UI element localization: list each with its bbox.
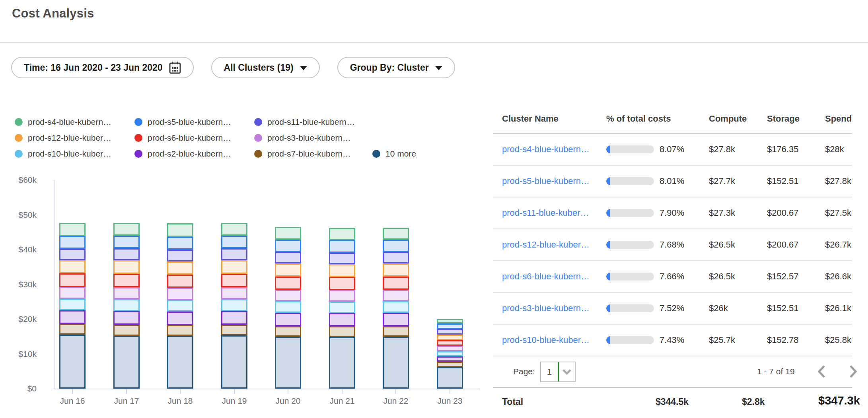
- bar-segment-prod-s4-blue-kubern-[interactable]: [329, 228, 355, 240]
- bar-segment-prod-s5-blue-kubern-[interactable]: [329, 240, 355, 253]
- clusters-filter-dropdown[interactable]: All Clusters (19): [211, 57, 320, 78]
- bar-segment-prod-s2-blue-kubern-[interactable]: [59, 310, 86, 324]
- bar-segment-prod-s7-blue-kubern-[interactable]: [275, 326, 301, 337]
- bar-segment-prod-s3-blue-kubern-[interactable]: [59, 287, 86, 299]
- bar-segment-prod-s4-blue-kubern-[interactable]: [383, 228, 409, 240]
- legend-item-prod-s6-blue-kubern-[interactable]: prod-s6-blue-kubern…: [134, 133, 254, 143]
- cluster-name-link[interactable]: prod-s3-blue-kubern…: [502, 303, 590, 313]
- bar-segment-prod-s6-blue-kubern-[interactable]: [59, 273, 86, 286]
- bar-segment-prod-s5-blue-kubern-[interactable]: [383, 240, 409, 252]
- bar-segment-10-more[interactable]: [275, 337, 301, 389]
- bar-segment-prod-s5-blue-kubern-[interactable]: [59, 236, 86, 249]
- legend-item-prod-s7-blue-kubern-[interactable]: prod-s7-blue-kubern…: [254, 149, 372, 159]
- bar-segment-prod-s10-blue-kuber-[interactable]: [59, 299, 86, 310]
- bar-segment-prod-s11-blue-kubern-[interactable]: [437, 329, 463, 335]
- bar-segment-prod-s3-blue-kubern-[interactable]: [221, 287, 247, 300]
- bar-segment-prod-s7-blue-kubern-[interactable]: [383, 326, 409, 337]
- bar-segment-prod-s6-blue-kubern-[interactable]: [167, 275, 193, 288]
- bar-segment-prod-s10-blue-kuber-[interactable]: [221, 299, 247, 311]
- bar-segment-prod-s4-blue-kubern-[interactable]: [113, 223, 140, 236]
- bar-segment-prod-s2-blue-kubern-[interactable]: [437, 356, 463, 362]
- bar-segment-prod-s2-blue-kubern-[interactable]: [275, 313, 301, 326]
- bar-segment-10-more[interactable]: [437, 367, 463, 389]
- bar-segment-prod-s5-blue-kubern-[interactable]: [437, 323, 463, 329]
- bar-segment-prod-s12-blue-kuber-[interactable]: [221, 260, 247, 274]
- time-range-filter[interactable]: Time: 16 Jun 2020 - 23 Jun 2020: [11, 57, 194, 78]
- legend-item-prod-s4-blue-kubern-[interactable]: prod-s4-blue-kubern…: [15, 117, 134, 127]
- bar-segment-prod-s2-blue-kubern-[interactable]: [167, 312, 193, 325]
- bar-segment-prod-s5-blue-kubern-[interactable]: [221, 236, 247, 248]
- bar-segment-prod-s11-blue-kubern-[interactable]: [221, 248, 247, 260]
- bar-segment-prod-s5-blue-kubern-[interactable]: [113, 236, 140, 248]
- next-page-icon[interactable]: [845, 364, 861, 379]
- legend-item-10-more[interactable]: 10 more: [372, 149, 416, 159]
- bar-segment-prod-s4-blue-kubern-[interactable]: [275, 227, 301, 240]
- bar-segment-prod-s3-blue-kubern-[interactable]: [167, 288, 193, 300]
- bar-jun-16[interactable]: [59, 223, 86, 389]
- bar-segment-prod-s10-blue-kuber-[interactable]: [275, 301, 301, 313]
- bar-segment-prod-s6-blue-kubern-[interactable]: [437, 340, 463, 346]
- legend-item-prod-s10-blue-kuber-[interactable]: prod-s10-blue-kuber…: [15, 149, 134, 159]
- bar-segment-prod-s10-blue-kuber-[interactable]: [383, 301, 409, 313]
- bar-segment-prod-s11-blue-kubern-[interactable]: [383, 252, 409, 263]
- bar-segment-prod-s12-blue-kuber-[interactable]: [437, 335, 463, 340]
- bar-segment-prod-s10-blue-kuber-[interactable]: [113, 299, 140, 311]
- cluster-name-link[interactable]: prod-s4-blue-kubern…: [502, 144, 590, 154]
- bar-segment-prod-s6-blue-kubern-[interactable]: [329, 277, 355, 290]
- cluster-name-link[interactable]: prod-s12-blue-kuber…: [502, 240, 590, 250]
- bar-segment-prod-s11-blue-kubern-[interactable]: [113, 248, 140, 260]
- bar-segment-prod-s6-blue-kubern-[interactable]: [383, 277, 409, 289]
- bar-segment-prod-s7-blue-kubern-[interactable]: [113, 325, 140, 336]
- cluster-name-link[interactable]: prod-s5-blue-kubern…: [502, 176, 590, 186]
- bar-segment-10-more[interactable]: [329, 337, 355, 389]
- bar-segment-prod-s7-blue-kubern-[interactable]: [221, 325, 247, 335]
- bar-jun-21[interactable]: [329, 228, 355, 389]
- bar-segment-prod-s11-blue-kubern-[interactable]: [329, 253, 355, 264]
- bar-segment-prod-s3-blue-kubern-[interactable]: [329, 290, 355, 302]
- bar-segment-prod-s6-blue-kubern-[interactable]: [113, 274, 140, 287]
- bar-segment-10-more[interactable]: [113, 336, 140, 389]
- bar-segment-prod-s7-blue-kubern-[interactable]: [59, 324, 86, 335]
- bar-segment-prod-s2-blue-kubern-[interactable]: [113, 311, 140, 325]
- page-select[interactable]: 1: [540, 362, 576, 382]
- bar-segment-prod-s11-blue-kubern-[interactable]: [275, 252, 301, 263]
- bar-segment-prod-s3-blue-kubern-[interactable]: [113, 287, 140, 300]
- cluster-name-link[interactable]: prod-s11-blue-kuber…: [502, 208, 589, 218]
- bar-segment-prod-s12-blue-kuber-[interactable]: [113, 260, 140, 274]
- bar-segment-prod-s12-blue-kuber-[interactable]: [167, 261, 193, 275]
- bar-segment-prod-s4-blue-kubern-[interactable]: [167, 223, 193, 236]
- bar-segment-prod-s12-blue-kuber-[interactable]: [329, 264, 355, 277]
- bar-segment-prod-s10-blue-kuber-[interactable]: [437, 351, 463, 356]
- bar-segment-prod-s6-blue-kubern-[interactable]: [275, 277, 301, 289]
- bar-jun-18[interactable]: [167, 223, 193, 389]
- bar-jun-20[interactable]: [275, 227, 301, 389]
- bar-segment-10-more[interactable]: [221, 335, 247, 389]
- bar-segment-prod-s12-blue-kuber-[interactable]: [59, 260, 86, 273]
- bar-segment-prod-s2-blue-kubern-[interactable]: [383, 313, 409, 326]
- cluster-name-link[interactable]: prod-s6-blue-kubern…: [502, 271, 590, 281]
- bar-segment-prod-s12-blue-kuber-[interactable]: [275, 263, 301, 277]
- cluster-name-link[interactable]: prod-s10-blue-kuber…: [502, 335, 590, 345]
- bar-segment-prod-s12-blue-kuber-[interactable]: [383, 263, 409, 277]
- bar-segment-prod-s4-blue-kubern-[interactable]: [437, 319, 463, 323]
- legend-item-prod-s3-blue-kubern-[interactable]: prod-s3-blue-kubern…: [254, 133, 372, 143]
- bar-segment-prod-s6-blue-kubern-[interactable]: [221, 274, 247, 287]
- bar-segment-prod-s5-blue-kubern-[interactable]: [167, 237, 193, 250]
- bar-segment-prod-s3-blue-kubern-[interactable]: [437, 346, 463, 351]
- bar-segment-prod-s2-blue-kubern-[interactable]: [221, 311, 247, 325]
- legend-item-prod-s12-blue-kuber-[interactable]: prod-s12-blue-kuber…: [15, 133, 134, 143]
- bar-jun-17[interactable]: [113, 223, 140, 389]
- bar-jun-23[interactable]: [437, 319, 463, 389]
- group-by-dropdown[interactable]: Group By: Cluster: [337, 57, 455, 78]
- bar-segment-prod-s10-blue-kuber-[interactable]: [167, 300, 193, 312]
- bar-segment-prod-s7-blue-kubern-[interactable]: [437, 362, 463, 367]
- bar-segment-prod-s10-blue-kuber-[interactable]: [329, 302, 355, 313]
- bar-jun-19[interactable]: [221, 223, 247, 389]
- bar-segment-prod-s11-blue-kubern-[interactable]: [59, 249, 86, 260]
- legend-item-prod-s2-blue-kubern-[interactable]: prod-s2-blue-kubern…: [134, 149, 254, 159]
- bar-segment-prod-s2-blue-kubern-[interactable]: [329, 313, 355, 326]
- bar-segment-prod-s4-blue-kubern-[interactable]: [59, 223, 86, 236]
- bar-segment-prod-s11-blue-kubern-[interactable]: [167, 250, 193, 261]
- bar-segment-prod-s3-blue-kubern-[interactable]: [383, 290, 409, 302]
- legend-item-prod-s5-blue-kubern-[interactable]: prod-s5-blue-kubern…: [134, 117, 254, 127]
